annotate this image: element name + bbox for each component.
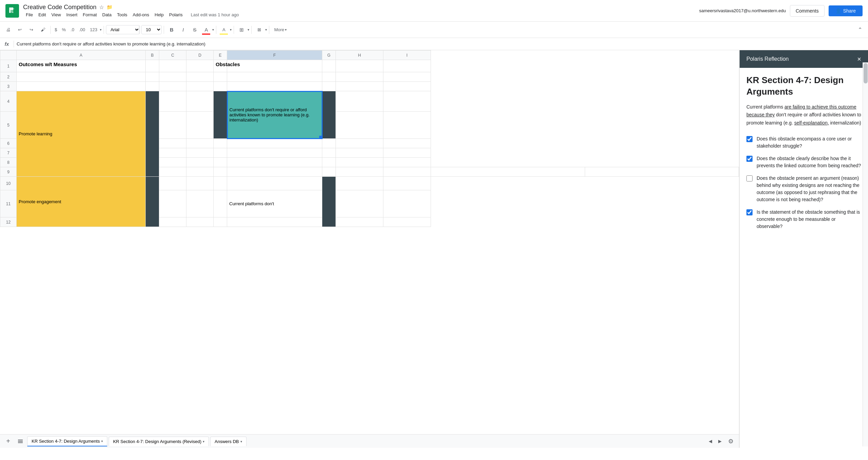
- cell-b3[interactable]: [146, 82, 159, 91]
- cell-d8[interactable]: [186, 158, 214, 167]
- menu-help[interactable]: Help: [152, 12, 166, 18]
- checkbox-1[interactable]: [746, 136, 753, 142]
- cell-f4[interactable]: Current platforms don't require or affor…: [227, 91, 322, 139]
- cell-f7[interactable]: [227, 148, 322, 158]
- cell-e6[interactable]: [214, 139, 227, 148]
- cell-f2[interactable]: [227, 72, 322, 82]
- cell-h2[interactable]: [336, 72, 383, 82]
- fill-color-button[interactable]: A: [218, 24, 229, 35]
- checkbox-4-label[interactable]: Is the statement of the obstacle somethi…: [757, 209, 861, 230]
- text-color-button[interactable]: A: [201, 24, 212, 35]
- cell-f3[interactable]: [227, 82, 322, 91]
- cell-g8[interactable]: [322, 158, 336, 167]
- cell-f9[interactable]: [336, 167, 383, 177]
- menu-addons[interactable]: Add-ons: [130, 12, 152, 18]
- col-header-h[interactable]: H: [336, 51, 383, 60]
- col-header-b[interactable]: B: [146, 51, 159, 60]
- cell-e12[interactable]: [214, 217, 227, 227]
- col-header-i[interactable]: I: [383, 51, 431, 60]
- cell-i9[interactable]: [585, 167, 739, 177]
- borders-arrow[interactable]: ▾: [248, 28, 249, 32]
- sheet-tab-0[interactable]: KR Section 4-7: Design Arguments ▾: [27, 436, 107, 446]
- undo-button[interactable]: ↩: [14, 24, 25, 35]
- cell-e7[interactable]: [214, 148, 227, 158]
- col-header-g[interactable]: G: [322, 51, 336, 60]
- cell-e10[interactable]: [214, 177, 227, 190]
- menu-tools[interactable]: Tools: [114, 12, 130, 18]
- cell-g2[interactable]: [322, 72, 336, 82]
- cell-f6[interactable]: [227, 139, 322, 148]
- font-selector[interactable]: Arial: [106, 25, 140, 34]
- cell-c10[interactable]: [159, 177, 186, 190]
- col-header-e[interactable]: E: [214, 51, 227, 60]
- add-sheet-button[interactable]: +: [3, 436, 14, 447]
- cell-d5[interactable]: [186, 112, 214, 139]
- menu-file[interactable]: File: [23, 12, 36, 18]
- cell-i10[interactable]: [383, 177, 431, 190]
- cell-h9[interactable]: [431, 167, 585, 177]
- cell-g7[interactable]: [322, 148, 336, 158]
- cell-f12[interactable]: [227, 217, 322, 227]
- decimal-more-button[interactable]: .00: [77, 26, 87, 34]
- cell-g6[interactable]: [322, 139, 336, 148]
- menu-edit[interactable]: Edit: [36, 12, 49, 18]
- share-button[interactable]: 👤 Share: [829, 5, 863, 16]
- cell-c9[interactable]: [214, 167, 227, 177]
- checkbox-3[interactable]: [746, 175, 753, 181]
- cell-i3[interactable]: [383, 82, 431, 91]
- cell-g4[interactable]: [322, 91, 336, 139]
- cell-h10[interactable]: [336, 177, 383, 190]
- cell-c4[interactable]: [159, 91, 186, 112]
- cell-e8[interactable]: [214, 158, 227, 167]
- cell-a1[interactable]: Outcomes w/t Measures: [17, 60, 146, 72]
- checkbox-4[interactable]: [746, 209, 753, 215]
- cell-f10[interactable]: [227, 177, 322, 190]
- italic-button[interactable]: I: [178, 24, 188, 35]
- polaris-close-button[interactable]: ×: [857, 56, 861, 62]
- menu-data[interactable]: Data: [100, 12, 114, 18]
- cell-e2[interactable]: [214, 72, 227, 82]
- cell-i5[interactable]: [383, 112, 431, 139]
- checkbox-3-label[interactable]: Does the obstacle present an argument (r…: [757, 175, 861, 203]
- cell-h8[interactable]: [336, 158, 383, 167]
- sheet-tab-1[interactable]: KR Section 4-7: Design Arguments (Revise…: [109, 437, 209, 446]
- cell-c8[interactable]: [159, 158, 186, 167]
- cell-g10[interactable]: [322, 177, 336, 227]
- cell-a3[interactable]: [17, 82, 146, 91]
- format-number-button[interactable]: 123: [88, 26, 100, 34]
- cell-h4[interactable]: [336, 91, 383, 112]
- sheet-nav-right[interactable]: ▶: [716, 437, 724, 445]
- cell-e9[interactable]: [322, 167, 336, 177]
- menu-polaris[interactable]: Polaris: [166, 12, 185, 18]
- cell-c6[interactable]: [159, 139, 186, 148]
- cell-c7[interactable]: [159, 148, 186, 158]
- cell-b10[interactable]: [146, 177, 159, 227]
- sheet-menu-button[interactable]: [15, 436, 26, 447]
- cell-e4[interactable]: [214, 91, 227, 139]
- paint-format-button[interactable]: 🖌: [37, 24, 48, 35]
- cell-i12[interactable]: [383, 217, 431, 227]
- sheet-tab-0-arrow[interactable]: ▾: [101, 439, 103, 443]
- cell-h5[interactable]: [336, 112, 383, 139]
- redo-button[interactable]: ↪: [26, 24, 37, 35]
- cell-e3[interactable]: [214, 82, 227, 91]
- cell-i11[interactable]: [383, 190, 431, 217]
- cell-c2[interactable]: [159, 72, 186, 82]
- currency-button[interactable]: $: [53, 26, 59, 34]
- cell-d4[interactable]: [186, 91, 214, 112]
- merge-arrow[interactable]: ▾: [265, 28, 267, 32]
- cell-d9[interactable]: [227, 167, 322, 177]
- polaris-desc-link2[interactable]: self-explanation,: [794, 120, 829, 126]
- cell-c1[interactable]: [159, 60, 186, 72]
- folder-icon[interactable]: 📁: [107, 4, 112, 10]
- cell-d6[interactable]: [186, 139, 214, 148]
- borders-button[interactable]: ⊞: [236, 24, 247, 35]
- fill-color-arrow[interactable]: ▾: [230, 28, 232, 32]
- menu-view[interactable]: View: [49, 12, 64, 18]
- cell-i2[interactable]: [383, 72, 431, 82]
- decimal-less-button[interactable]: .0: [69, 26, 76, 34]
- cell-h6[interactable]: [336, 139, 383, 148]
- cell-h12[interactable]: [336, 217, 383, 227]
- cell-a2[interactable]: [17, 72, 146, 82]
- resize-handle[interactable]: [319, 136, 322, 138]
